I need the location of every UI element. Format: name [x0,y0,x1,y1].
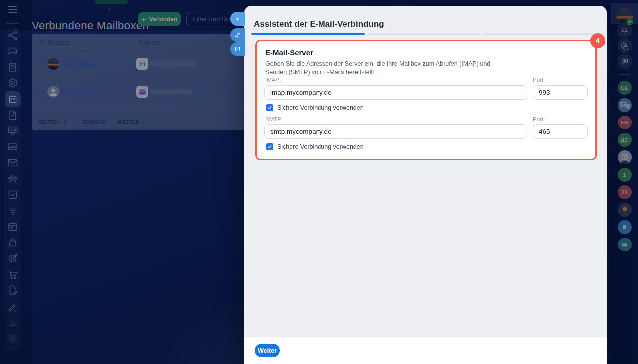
open-external-button[interactable] [230,42,245,56]
smtp-server-input[interactable] [264,124,527,139]
description-line-1: Geben Sie die Adressen der Server ein, d… [265,60,490,68]
imap-secure-checkbox-row: Sichere Verbindung verwenden [266,104,364,111]
progress-step-2 [368,33,481,35]
imap-server-input[interactable] [264,85,527,100]
progress-step-1 [251,33,365,35]
smtp-port-input[interactable] [533,124,588,139]
section-description: Geben Sie die Adressen der Server ein, d… [265,60,490,77]
smtp-label: SMTP: [265,116,283,122]
checkbox-checked-icon[interactable] [266,143,273,150]
copy-link-button[interactable] [230,28,245,42]
close-button[interactable] [230,12,245,26]
link-icon [234,32,241,38]
section-heading: E-Mail-Server [265,48,313,57]
imap-port-input[interactable] [533,85,588,100]
imap-label: IMAP: [265,77,281,83]
highlighted-server-section: E-Mail-Server Geben Sie die Adressen der… [255,40,597,160]
smtp-secure-checkbox-row: Sichere Verbindung verwenden [266,143,364,150]
imap-secure-label: Sichere Verbindung verwenden [277,104,364,111]
email-connection-wizard-modal: Assistent der E-Mail-Verbindung 4 E-Mail… [244,6,607,364]
progress-step-3 [484,33,598,35]
external-link-icon [234,46,241,52]
checkbox-checked-icon[interactable] [266,104,273,111]
wizard-progress [251,33,598,35]
imap-port-label: Port: [533,77,545,83]
screen: Verbundene Mailboxen + Verbinden Besitze… [0,0,638,364]
smtp-secure-label: Sichere Verbindung verwenden [277,143,364,150]
next-button[interactable]: Weiter [255,344,280,357]
modal-footer: Weiter [244,337,607,364]
highlight-step-badge: 4 [590,33,605,48]
close-icon [234,16,241,22]
smtp-port-label: Port: [533,116,545,122]
description-line-2: Senden (SMTP) von E-Mails bereitstellt. [265,68,490,77]
modal-title: Assistent der E-Mail-Verbindung [254,19,384,29]
